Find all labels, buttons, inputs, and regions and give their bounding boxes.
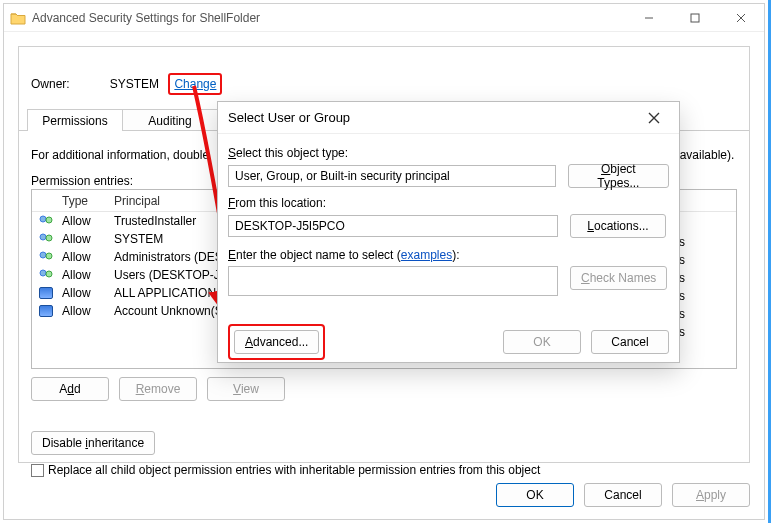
ok-button[interactable]: OK xyxy=(496,483,574,507)
add-button[interactable]: Add xyxy=(31,377,109,401)
change-owner-link[interactable]: Change xyxy=(174,77,216,91)
titlebar: Advanced Security Settings for ShellFold… xyxy=(4,4,764,32)
cancel-button[interactable]: Cancel xyxy=(584,483,662,507)
close-icon xyxy=(648,112,660,124)
info-line: For additional information, double xyxy=(31,148,209,162)
object-types-button[interactable]: Object Types... xyxy=(568,164,669,188)
svg-point-3 xyxy=(40,234,46,240)
maximize-button[interactable] xyxy=(672,4,718,32)
window-title: Advanced Security Settings for ShellFold… xyxy=(32,11,260,25)
users-icon xyxy=(38,269,54,281)
users-icon xyxy=(38,251,54,263)
dialog-footer-buttons: OK Cancel Apply xyxy=(496,483,750,507)
examples-link[interactable]: examples xyxy=(401,248,452,262)
folder-icon xyxy=(10,11,26,25)
check-names-button[interactable]: Check Names xyxy=(570,266,667,290)
object-type-field[interactable]: User, Group, or Built-in security princi… xyxy=(228,165,556,187)
minimize-button[interactable] xyxy=(626,4,672,32)
locations-button[interactable]: Locations... xyxy=(570,214,666,238)
apply-button[interactable]: Apply xyxy=(672,483,750,507)
remove-button[interactable]: Remove xyxy=(119,377,197,401)
location-label: From this location: xyxy=(228,196,669,210)
svg-point-5 xyxy=(40,252,46,258)
tab-bar: Permissions Auditing xyxy=(27,109,217,131)
dialog-cancel-button[interactable]: Cancel xyxy=(591,330,669,354)
owner-value: SYSTEM xyxy=(110,77,159,91)
svg-point-6 xyxy=(46,253,52,259)
permission-entries-label: Permission entries: xyxy=(31,174,133,188)
svg-rect-0 xyxy=(691,14,699,22)
tab-permissions[interactable]: Permissions xyxy=(27,109,123,131)
replace-checkbox[interactable] xyxy=(31,464,44,477)
info-line-right: f available). xyxy=(673,148,734,162)
enter-name-label: Enter the object name to select (example… xyxy=(228,248,558,262)
main-window: Advanced Security Settings for ShellFold… xyxy=(3,3,765,520)
select-user-group-dialog: Select User or Group Select this object … xyxy=(217,101,680,363)
change-highlight-box: Change xyxy=(168,73,222,95)
app-package-icon xyxy=(39,287,53,299)
svg-point-8 xyxy=(46,271,52,277)
col-type[interactable]: Type xyxy=(60,194,112,208)
location-field[interactable]: DESKTOP-J5I5PCO xyxy=(228,215,558,237)
app-package-icon xyxy=(39,305,53,317)
dialog-close-button[interactable] xyxy=(639,104,669,132)
users-icon xyxy=(38,233,54,245)
dialog-title: Select User or Group xyxy=(228,110,350,125)
object-name-input[interactable] xyxy=(228,266,558,296)
dialog-ok-button[interactable]: OK xyxy=(503,330,581,354)
advanced-button[interactable]: Advanced... xyxy=(234,330,319,354)
svg-point-1 xyxy=(40,216,46,222)
replace-checkbox-label: Replace all child object permission entr… xyxy=(48,463,540,477)
view-button[interactable]: View xyxy=(207,377,285,401)
svg-point-4 xyxy=(46,235,52,241)
disable-inheritance-button[interactable]: Disable inheritance xyxy=(31,431,155,455)
object-type-label: Select this object type: xyxy=(228,146,669,160)
close-button[interactable] xyxy=(718,4,764,32)
svg-point-7 xyxy=(40,270,46,276)
tab-auditing[interactable]: Auditing xyxy=(122,109,218,131)
owner-label: Owner: xyxy=(31,77,70,91)
advanced-highlight-box: Advanced... xyxy=(228,324,325,360)
users-icon xyxy=(38,215,54,227)
svg-point-2 xyxy=(46,217,52,223)
